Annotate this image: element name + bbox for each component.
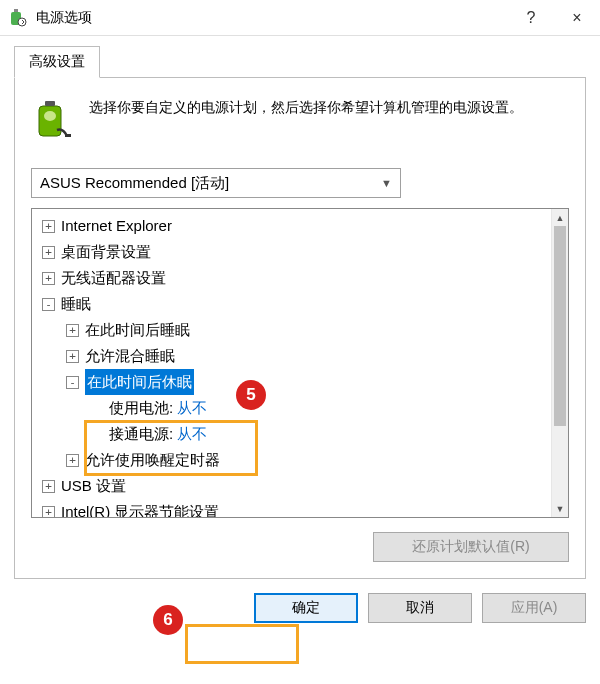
ok-button[interactable]: 确定 — [254, 593, 358, 623]
cancel-button[interactable]: 取消 — [368, 593, 472, 623]
tree-label: 接通电源: — [109, 421, 173, 447]
titlebar: 电源选项 ? × — [0, 0, 600, 36]
close-button[interactable]: × — [554, 0, 600, 36]
expand-icon[interactable]: + — [42, 506, 55, 518]
description-text: 选择你要自定义的电源计划，然后选择你希望计算机管理的电源设置。 — [89, 96, 523, 118]
app-icon — [8, 8, 28, 28]
tree-value[interactable]: 从不 — [177, 395, 207, 421]
tree-row[interactable]: 使用电池:从不 — [36, 395, 551, 421]
battery-icon — [31, 96, 75, 140]
tree-label: 在此时间后睡眠 — [85, 317, 190, 343]
expand-icon[interactable]: + — [42, 220, 55, 233]
expand-icon[interactable]: + — [42, 480, 55, 493]
tree-row[interactable]: +无线适配器设置 — [36, 265, 551, 291]
tree-spacer — [90, 428, 103, 441]
tree-row[interactable]: +USB 设置 — [36, 473, 551, 499]
tree-row[interactable]: +桌面背景设置 — [36, 239, 551, 265]
settings-tree: +Internet Explorer+桌面背景设置+无线适配器设置-睡眠+在此时… — [31, 208, 569, 518]
tab-advanced[interactable]: 高级设置 — [14, 46, 100, 78]
scroll-up-icon[interactable]: ▲ — [552, 209, 568, 226]
tree-row[interactable]: -在此时间后休眠 — [36, 369, 551, 395]
tree-label: 桌面背景设置 — [61, 239, 151, 265]
tree-label: Intel(R) 显示器节能设置 — [61, 499, 219, 517]
restore-defaults-button[interactable]: 还原计划默认值(R) — [373, 532, 569, 562]
scrollbar[interactable]: ▲ ▼ — [551, 209, 568, 517]
expand-icon[interactable]: + — [42, 246, 55, 259]
svg-point-2 — [18, 18, 26, 26]
plan-dropdown[interactable]: ASUS Recommended [活动] ▼ — [31, 168, 401, 198]
help-button[interactable]: ? — [508, 0, 554, 36]
svg-point-6 — [44, 111, 56, 121]
tab-body: 选择你要自定义的电源计划，然后选择你希望计算机管理的电源设置。 ASUS Rec… — [14, 78, 586, 579]
scroll-down-icon[interactable]: ▼ — [552, 500, 568, 517]
tree-label: 睡眠 — [61, 291, 91, 317]
svg-rect-7 — [65, 134, 71, 137]
tree-row[interactable]: -睡眠 — [36, 291, 551, 317]
tree-row[interactable]: +在此时间后睡眠 — [36, 317, 551, 343]
tree-row[interactable]: +允许混合睡眠 — [36, 343, 551, 369]
scroll-track[interactable] — [552, 226, 568, 500]
tree-label: 在此时间后休眠 — [85, 369, 194, 395]
tree-label: 无线适配器设置 — [61, 265, 166, 291]
tree-value[interactable]: 从不 — [177, 421, 207, 447]
expand-icon[interactable]: + — [66, 454, 79, 467]
dialog-buttons: 确定 取消 应用(A) — [14, 593, 586, 623]
svg-rect-5 — [45, 101, 55, 106]
tree-label: 允许使用唤醒定时器 — [85, 447, 220, 473]
plan-value: ASUS Recommended [活动] — [40, 174, 229, 193]
tabstrip: 高级设置 — [14, 46, 586, 78]
tree-label: USB 设置 — [61, 473, 126, 499]
tree-row[interactable]: +允许使用唤醒定时器 — [36, 447, 551, 473]
tree-label: Internet Explorer — [61, 213, 172, 239]
window-title: 电源选项 — [36, 9, 508, 27]
tree-label: 使用电池: — [109, 395, 173, 421]
tree-row[interactable]: +Intel(R) 显示器节能设置 — [36, 499, 551, 517]
collapse-icon[interactable]: - — [66, 376, 79, 389]
svg-rect-1 — [14, 9, 18, 12]
collapse-icon[interactable]: - — [42, 298, 55, 311]
tree-content[interactable]: +Internet Explorer+桌面背景设置+无线适配器设置-睡眠+在此时… — [32, 209, 551, 517]
apply-button[interactable]: 应用(A) — [482, 593, 586, 623]
expand-icon[interactable]: + — [66, 324, 79, 337]
chevron-down-icon: ▼ — [381, 177, 392, 189]
tree-row[interactable]: +Internet Explorer — [36, 213, 551, 239]
scroll-thumb[interactable] — [554, 226, 566, 426]
tree-row[interactable]: 接通电源:从不 — [36, 421, 551, 447]
tree-spacer — [90, 402, 103, 415]
tree-label: 允许混合睡眠 — [85, 343, 175, 369]
expand-icon[interactable]: + — [42, 272, 55, 285]
expand-icon[interactable]: + — [66, 350, 79, 363]
client-area: 高级设置 选择你要自定义的电源计划，然后选择你希望计算机管理的电源设置。 ASU… — [0, 36, 600, 637]
